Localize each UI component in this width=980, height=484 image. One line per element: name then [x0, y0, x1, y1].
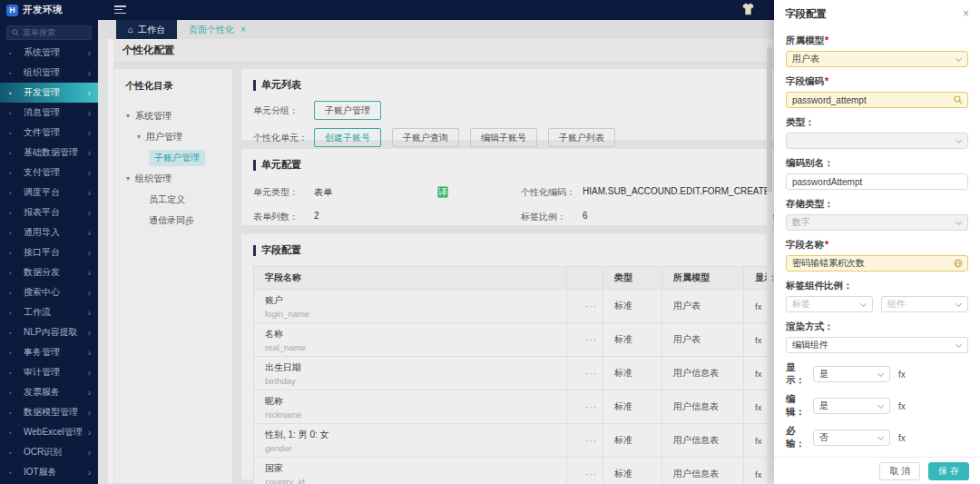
collapse-menu-icon[interactable]: [114, 5, 126, 15]
sidebar-item-13[interactable]: ▪工作流›: [0, 302, 98, 322]
field-code-input[interactable]: [786, 92, 968, 108]
logo-icon: H: [6, 5, 18, 16]
tree-node-employee-def[interactable]: 员工定义: [114, 189, 232, 210]
close-tab-icon[interactable]: ×: [240, 25, 246, 35]
unit-config-title: 单元配置: [261, 158, 301, 172]
menu-item-icon: ▪: [9, 270, 17, 276]
field-name-input[interactable]: [786, 255, 968, 272]
chevron-down-icon: [956, 55, 962, 62]
sidebar-item-12[interactable]: ▪搜索中心›: [0, 282, 98, 302]
chevron-down-icon: [956, 301, 962, 307]
menu-item-icon: ▪: [9, 170, 17, 176]
edit-fx-link[interactable]: fx: [898, 401, 906, 411]
menu-item-icon: ▪: [9, 250, 17, 256]
show-fx-link[interactable]: fx: [898, 370, 906, 380]
row-more-icon[interactable]: ···: [567, 357, 603, 390]
edit-select[interactable]: 是: [813, 398, 890, 414]
form-columns-value: 2: [314, 211, 319, 221]
sidebar-item-18[interactable]: ▪数据模型管理›: [0, 402, 98, 422]
multilang-badge-icon[interactable]: 译: [437, 186, 448, 198]
sidebar-item-15[interactable]: ▪事务管理›: [0, 342, 98, 362]
sidebar-item-14[interactable]: ▪NLP内容提取›: [0, 322, 98, 342]
row-more-icon[interactable]: ···: [567, 323, 603, 356]
menu-item-icon: ▪: [9, 190, 17, 196]
tree-expand-icon[interactable]: ▾: [134, 133, 143, 141]
sidebar-item-8[interactable]: ▪报表平台›: [0, 202, 98, 222]
unit-group-button[interactable]: 子账户管理: [314, 101, 381, 120]
tree-expand-icon[interactable]: ▾: [123, 174, 132, 183]
sidebar-item-10[interactable]: ▪接口平台›: [0, 242, 98, 262]
model-label: 所属模型: [786, 35, 824, 45]
sidebar-item-0[interactable]: ▪系统管理›: [0, 43, 98, 63]
menu-item-icon: ▪: [9, 50, 17, 56]
component-ratio-select[interactable]: 组件: [881, 296, 968, 312]
menu-item-icon: ▪: [9, 150, 17, 156]
chevron-right-icon: ›: [88, 268, 91, 278]
sidebar-item-20[interactable]: ▪OCR识别›: [0, 442, 98, 462]
row-more-icon[interactable]: ···: [567, 290, 603, 322]
content-scrollbar-right[interactable]: [767, 40, 772, 484]
menu-item-icon: ▪: [9, 350, 17, 356]
lookup-search-icon[interactable]: [954, 95, 963, 104]
unit-button-query-subaccount[interactable]: 子账户查询: [392, 128, 459, 147]
multilang-globe-icon[interactable]: [954, 259, 963, 268]
row-more-icon[interactable]: ···: [567, 424, 603, 457]
chevron-down-icon: [956, 219, 962, 225]
menu-search-input[interactable]: [23, 28, 86, 37]
sidebar-item-7[interactable]: ▪调度平台›: [0, 183, 98, 202]
tree-node-system-mgmt[interactable]: ▾系统管理: [114, 105, 232, 126]
required-fx-link[interactable]: fx: [898, 433, 906, 443]
label-component-ratio-label: 标签组件比例：: [786, 280, 853, 291]
chevron-right-icon: ›: [88, 68, 91, 78]
sidebar-item-2-active[interactable]: ▪开发管理›: [0, 83, 98, 103]
row-more-icon[interactable]: ···: [567, 390, 603, 423]
sidebar-item-3[interactable]: ▪消息管理›: [0, 103, 98, 123]
cancel-button[interactable]: 取 消: [879, 462, 920, 480]
menu-item-icon: ▪: [9, 410, 17, 416]
render-mode-select[interactable]: 编辑组件: [786, 337, 968, 353]
chevron-down-icon: [877, 402, 884, 409]
tree-expand-icon[interactable]: ▾: [123, 112, 132, 120]
label-ratio-select[interactable]: 标签: [786, 296, 873, 312]
unit-button-subaccount-list[interactable]: 子账户列表: [548, 128, 615, 147]
chevron-right-icon: ›: [88, 308, 91, 318]
unit-button-edit-subaccount[interactable]: 编辑子账号: [470, 128, 537, 147]
model-select[interactable]: 用户表: [786, 51, 968, 67]
menu-item-icon: ▪: [9, 469, 17, 476]
show-select[interactable]: 是: [813, 366, 890, 382]
unit-button-create-subaccount[interactable]: 创建子账号: [314, 128, 381, 147]
form-columns-label: 表单列数：: [253, 211, 299, 223]
required-select[interactable]: 否: [813, 430, 890, 446]
tab-page-personalization[interactable]: 页面个性化 ×: [177, 20, 258, 39]
personalization-directory-panel: 个性化目录 ▾系统管理 ▾用户管理 子账户管理 ▾组织管理 员工定义 通信录同步: [113, 68, 233, 484]
code-alias-input[interactable]: [786, 173, 968, 190]
sidebar-item-19[interactable]: ▪WebExcel管理›: [0, 422, 98, 442]
sidebar-item-21[interactable]: ▪IOT服务›: [0, 462, 98, 482]
sidebar-item-5[interactable]: ▪基础数据管理›: [0, 143, 98, 163]
tree-node-user-mgmt[interactable]: ▾用户管理: [114, 126, 232, 147]
sidebar-item-16[interactable]: ▪审计管理›: [0, 362, 98, 382]
sidebar-item-17[interactable]: ▪发票服务›: [0, 382, 98, 402]
row-more-icon[interactable]: ···: [567, 458, 603, 484]
tree-node-subaccount-mgmt[interactable]: 子账户管理: [114, 147, 232, 168]
personalization-code-value: HIAM.SUB_ACCOUND.EDIT.FORM_CREATE: [583, 186, 770, 196]
menu-item-icon: ▪: [9, 90, 17, 96]
drawer-close-icon[interactable]: ×: [963, 7, 969, 20]
menu-search-box[interactable]: [6, 25, 92, 40]
tab-workbench[interactable]: ⌂ 工作台: [116, 20, 177, 39]
chevron-down-icon: [877, 370, 884, 377]
unit-type-label: 单元类型：: [253, 186, 299, 199]
sidebar-item-6[interactable]: ▪支付管理›: [0, 163, 98, 183]
sidebar-item-11[interactable]: ▪数据分发›: [0, 262, 98, 282]
chevron-down-icon: [860, 301, 867, 307]
storage-type-label: 存储类型：: [786, 198, 834, 209]
sidebar-item-4[interactable]: ▪文件管理›: [0, 123, 98, 143]
tree-node-contacts-sync[interactable]: 通信录同步: [114, 210, 232, 231]
menu-item-icon: ▪: [9, 130, 17, 136]
theme-shirt-icon[interactable]: [741, 3, 755, 15]
sidebar-item-9[interactable]: ▪通用导入›: [0, 222, 98, 242]
chevron-right-icon: ›: [88, 228, 91, 238]
save-button[interactable]: 保 存: [928, 462, 969, 480]
tree-node-org-mgmt[interactable]: ▾组织管理: [114, 168, 232, 189]
sidebar-item-1[interactable]: ▪组织管理›: [0, 63, 98, 83]
